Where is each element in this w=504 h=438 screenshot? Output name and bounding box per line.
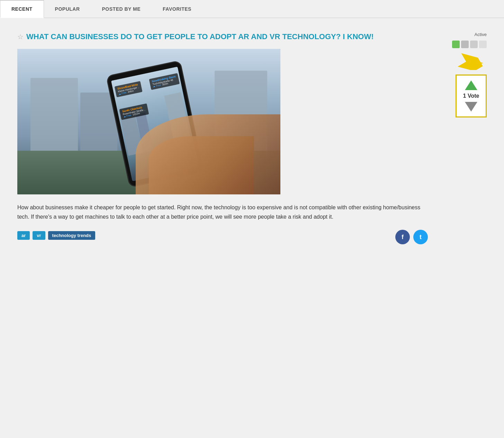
tag-vr[interactable]: vr <box>33 231 45 240</box>
activity-dots <box>452 41 487 48</box>
activity-dot-1 <box>452 41 460 48</box>
svg-marker-0 <box>458 53 485 70</box>
tab-favorites[interactable]: FAVORITES <box>152 0 202 18</box>
star-icon[interactable]: ☆ <box>17 33 24 41</box>
bottom-row: ar vr technology trends f t <box>17 231 428 247</box>
arrow-wrapper <box>452 52 487 71</box>
vote-box: 1 Vote <box>456 75 487 117</box>
activity-dot-3 <box>470 41 478 48</box>
twitter-share-button[interactable]: t <box>413 230 428 244</box>
tag-ar[interactable]: ar <box>17 231 30 240</box>
post-section: ☆ WHAT CAN BUSINESSES DO TO GET PEOPLE T… <box>17 32 428 247</box>
tab-posted-by-me[interactable]: POSTED BY ME <box>91 0 152 18</box>
tab-popular[interactable]: POPULAR <box>44 0 91 18</box>
content-area: ☆ WHAT CAN BUSINESSES DO TO GET PEOPLE T… <box>0 18 504 261</box>
vote-count: 1 Vote <box>463 93 479 99</box>
vote-sidebar: Active 1 Vote <box>438 32 487 247</box>
tag-technology-trends[interactable]: technology trends <box>48 231 96 240</box>
tabs-bar: RECENT POPULAR POSTED BY ME FAVORITES <box>0 0 504 18</box>
active-label: Active <box>475 32 487 37</box>
activity-dot-4 <box>479 41 487 48</box>
tab-recent[interactable]: RECENT <box>0 0 44 18</box>
post-title: WHAT CAN BUSINESSES DO TO GET PEOPLE TO … <box>26 32 374 42</box>
vote-down-button[interactable] <box>465 102 477 112</box>
post-title-row: ☆ WHAT CAN BUSINESSES DO TO GET PEOPLE T… <box>17 32 428 42</box>
tags-row: ar vr technology trends <box>17 231 95 240</box>
post-image: Strandbad Mitte Kleine Hamburger .. ☁ Fr… <box>17 49 280 194</box>
vote-up-button[interactable] <box>465 80 477 90</box>
post-body: How about businesses make it cheaper for… <box>17 203 428 221</box>
ar-scene: Strandbad Mitte Kleine Hamburger .. ☁ Fr… <box>17 49 280 194</box>
activity-dot-2 <box>461 41 469 48</box>
yellow-arrow-icon <box>456 53 487 70</box>
social-icons: f t <box>395 230 428 244</box>
facebook-share-button[interactable]: f <box>395 230 410 244</box>
